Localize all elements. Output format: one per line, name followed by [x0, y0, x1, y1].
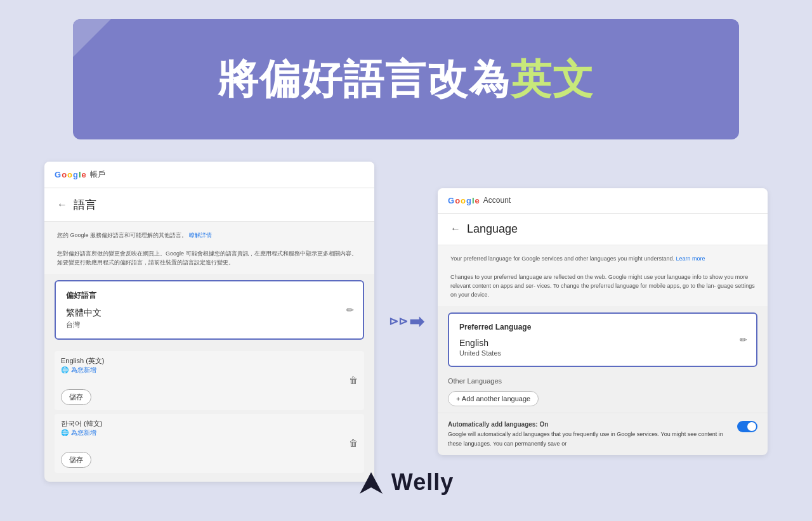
direction-arrow: ⊳⊳ ➡ [389, 311, 424, 332]
right-toggle-desc: Google will automatically add languages … [448, 431, 723, 447]
right-back-arrow[interactable]: ← [450, 223, 461, 235]
google-logo-right: Google [448, 196, 480, 205]
auto-add-languages-toggle[interactable] [737, 421, 757, 432]
left-lang-add-english: 🌐 為您新增 [61, 366, 358, 375]
right-pref-lang-title: Preferred Language [459, 323, 746, 331]
right-toggle-text: Automatically add languages: On Google w… [448, 420, 737, 449]
right-page-title-bar: ← Language [438, 214, 768, 245]
right-pref-lang-region: United States [459, 349, 746, 357]
earth-icon-korean: 🌐 [61, 429, 69, 436]
right-panel-header: Google Account [438, 188, 768, 214]
google-logo-left: Google [55, 170, 86, 179]
left-lang-add-korean: 🌐 為您新增 [61, 428, 358, 437]
add-language-button[interactable]: + Add another language [448, 391, 539, 406]
right-toggle-section: Automatically add languages: On Google w… [438, 413, 768, 455]
left-delete-korean[interactable]: 🗑 [349, 438, 358, 448]
left-panel-header: Google 帳戶 [44, 162, 374, 188]
left-pref-lang-card: 偏好語言 繁體中文 台灣 ✏ [55, 280, 364, 340]
left-page-title: 語言 [74, 197, 96, 212]
arrow-container: ⊳⊳ ➡ [374, 311, 438, 332]
banner-title: 將偏好語言改為英文 [218, 52, 594, 107]
right-page-title: Language [467, 222, 518, 236]
right-panel: Google Account ← Language Your preferred… [438, 188, 768, 455]
left-lang-item-korean: 한국어 (韓文) 🌐 為您新增 🗑 儲存 [55, 414, 364, 473]
left-page-title-bar: ← 語言 [44, 188, 374, 222]
left-learn-more-link[interactable]: 瞭解詳情 [189, 232, 212, 238]
left-panel: Google 帳戶 ← 語言 您的 Google 服務偏好語言和可能理解的其他語… [44, 162, 374, 482]
toggle-knob [747, 422, 756, 431]
left-lang-name-korean: 한국어 (韓文) [61, 419, 358, 428]
banner: 將偏好語言改為英文 [73, 19, 739, 139]
panels-container: Google 帳戶 ← 語言 您的 Google 服務偏好語言和可能理解的其他語… [44, 162, 768, 482]
left-save-korean[interactable]: 儲存 [61, 452, 91, 468]
earth-icon-english: 🌐 [61, 366, 69, 373]
footer: Welly [0, 469, 812, 496]
left-account-label: 帳戶 [90, 169, 105, 180]
left-pref-lang-name: 繁體中文 [66, 307, 353, 319]
left-delete-english[interactable]: 🗑 [349, 375, 358, 385]
left-pref-lang-title: 偏好語言 [66, 290, 353, 301]
left-pref-lang-region: 台灣 [66, 320, 353, 330]
left-save-english[interactable]: 儲存 [61, 389, 91, 405]
right-edit-icon[interactable]: ✏ [740, 335, 747, 345]
right-pref-lang-card: Preferred Language English United States… [448, 312, 757, 367]
left-edit-icon[interactable]: ✏ [346, 305, 354, 315]
right-desc-section: Your preferred language for Google servi… [438, 245, 768, 306]
welly-brand-name: Welly [391, 469, 454, 496]
left-lang-item-english: English (英文) 🌐 為您新增 🗑 儲存 [55, 351, 364, 410]
left-lang-name-english: English (英文) [61, 356, 358, 366]
welly-logo-icon [358, 470, 384, 495]
banner-title-main: 將偏好語言改為 [218, 56, 511, 102]
right-learn-more-link[interactable]: Learn more [676, 255, 705, 262]
left-desc-section: 您的 Google 服務偏好語言和可能理解的其他語言。 瞭解詳情 您對偏好語言所… [44, 222, 374, 274]
right-toggle-title: Automatically add languages: On [448, 421, 548, 428]
left-desc-text: 您的 Google 服務偏好語言和可能理解的其他語言。 瞭解詳情 您對偏好語言所… [57, 231, 362, 267]
banner-title-highlight: 英文 [511, 56, 594, 102]
right-desc-text: Your preferred language for Google servi… [450, 254, 755, 300]
left-back-arrow[interactable]: ← [57, 199, 67, 210]
right-account-label: Account [483, 196, 511, 205]
right-other-lang-label: Other Languages [438, 373, 768, 387]
right-pref-lang-name: English [459, 338, 746, 348]
svg-marker-0 [360, 472, 383, 494]
left-other-lang-section: English (英文) 🌐 為您新增 🗑 儲存 한국어 (韓文) 🌐 為您新增… [44, 346, 374, 482]
